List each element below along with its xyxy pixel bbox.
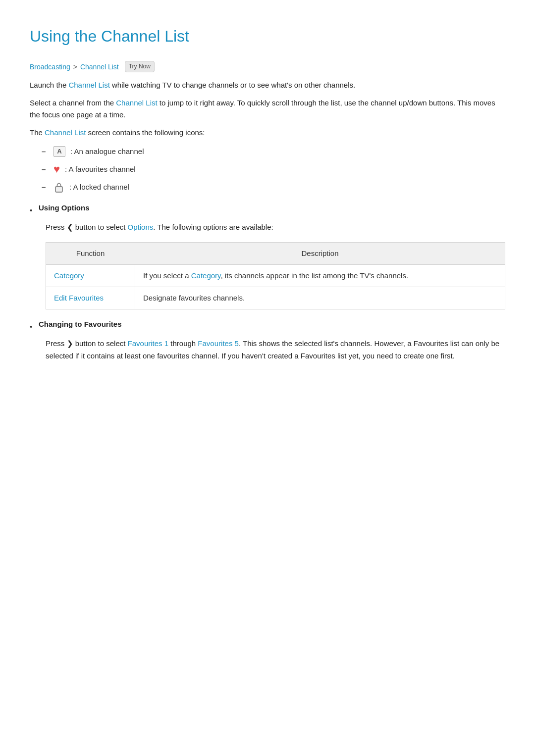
options-desc-prefix: Press xyxy=(46,223,67,231)
favourites5-link[interactable]: Favourites 5 xyxy=(198,339,239,348)
category-link[interactable]: Category xyxy=(54,271,84,280)
category-desc-link[interactable]: Category xyxy=(191,271,221,280)
bullet-dot-icon: • xyxy=(30,321,34,333)
dash-icon: – xyxy=(42,163,49,175)
intro2-prefix: Select a channel from the xyxy=(30,99,116,107)
intro1-suffix: while watching TV to change channels or … xyxy=(110,81,355,89)
bullet-dot-icon: • xyxy=(30,204,34,216)
locked-label: : A locked channel xyxy=(69,181,129,193)
analogue-icon: A xyxy=(54,146,65,157)
intro-paragraph-3: The Channel List screen contains the fol… xyxy=(30,127,505,139)
options-table: Function Description Category If you sel… xyxy=(46,242,505,309)
intro3-suffix: screen contains the following icons: xyxy=(86,128,205,137)
table-cell-category: Category xyxy=(46,265,135,287)
dash-icon: – xyxy=(42,146,49,157)
using-options-section: • Using Options Press ❮ button to select… xyxy=(30,202,505,233)
page-title: Using the Channel List xyxy=(30,24,505,49)
intro-paragraph-2: Select a channel from the Channel List t… xyxy=(30,97,505,121)
fav-desc-middle: button to select xyxy=(75,339,128,348)
table-row: Edit Favourites Designate favourites cha… xyxy=(46,287,505,309)
table-header-description: Description xyxy=(135,243,505,265)
table-cell-category-desc: If you select a Category, its channels a… xyxy=(135,265,505,287)
breadcrumb: Broadcasting > Channel List Try Now xyxy=(30,61,505,72)
table-body: Category If you select a Category, its c… xyxy=(46,265,505,309)
edit-favourites-link[interactable]: Edit Favourites xyxy=(54,294,104,302)
changing-favourites-section: • Changing to Favourites Press ❯ button … xyxy=(30,318,505,362)
list-item-favourites: – ♥ : A favourites channel xyxy=(42,163,505,175)
intro3-prefix: The xyxy=(30,128,45,137)
fav-desc-prefix: Press xyxy=(46,339,67,348)
changing-favourites-label: Changing to Favourites xyxy=(39,318,122,330)
options-desc-suffix: . The following options are available: xyxy=(153,223,273,231)
breadcrumb-channel-list[interactable]: Channel List xyxy=(80,61,119,72)
intro1-channel-list-link[interactable]: Channel List xyxy=(68,81,109,89)
chevron-right-icon: ❯ xyxy=(67,339,75,348)
dash-icon: – xyxy=(42,181,49,193)
using-options-label: Using Options xyxy=(39,202,90,214)
lock-icon xyxy=(54,182,64,193)
table-header: Function Description xyxy=(46,243,505,265)
analogue-label: : An analogue channel xyxy=(70,146,144,157)
table-header-function: Function xyxy=(46,243,135,265)
heart-icon: ♥ xyxy=(54,164,60,175)
favourites-label: : A favourites channel xyxy=(65,163,136,175)
intro3-channel-list-link[interactable]: Channel List xyxy=(45,128,86,137)
chevron-left-icon: ❮ xyxy=(67,223,75,231)
category-desc-prefix: If you select a xyxy=(143,271,191,280)
table-row: Category If you select a Category, its c… xyxy=(46,265,505,287)
favourites1-link[interactable]: Favourites 1 xyxy=(128,339,169,348)
category-desc-suffix: , its channels appear in the list among … xyxy=(220,271,408,280)
list-item-analogue: – A : An analogue channel xyxy=(42,146,505,157)
breadcrumb-separator: > xyxy=(73,61,77,72)
using-options-bullet: • Using Options xyxy=(30,202,505,216)
breadcrumb-broadcasting[interactable]: Broadcasting xyxy=(30,61,70,72)
try-now-badge[interactable]: Try Now xyxy=(125,61,155,72)
svg-rect-0 xyxy=(55,187,62,192)
fav-through: through xyxy=(168,339,198,348)
changing-favourites-bullet: • Changing to Favourites xyxy=(30,318,505,333)
changing-favourites-description: Press ❯ button to select Favourites 1 th… xyxy=(46,338,505,362)
options-link[interactable]: Options xyxy=(128,223,154,231)
table-cell-edit-favourites: Edit Favourites xyxy=(46,287,135,309)
list-item-locked: – : A locked channel xyxy=(42,181,505,193)
using-options-description: Press ❮ button to select Options. The fo… xyxy=(46,221,505,233)
intro1-prefix: Launch the xyxy=(30,81,68,89)
options-desc-middle: button to select xyxy=(75,223,128,231)
icons-list: – A : An analogue channel – ♥ : A favour… xyxy=(42,146,505,193)
intro2-channel-list-link[interactable]: Channel List xyxy=(116,99,157,107)
edit-favourites-desc: Designate favourites channels. xyxy=(143,294,245,302)
table-cell-edit-favourites-desc: Designate favourites channels. xyxy=(135,287,505,309)
intro-paragraph-1: Launch the Channel List while watching T… xyxy=(30,79,505,91)
